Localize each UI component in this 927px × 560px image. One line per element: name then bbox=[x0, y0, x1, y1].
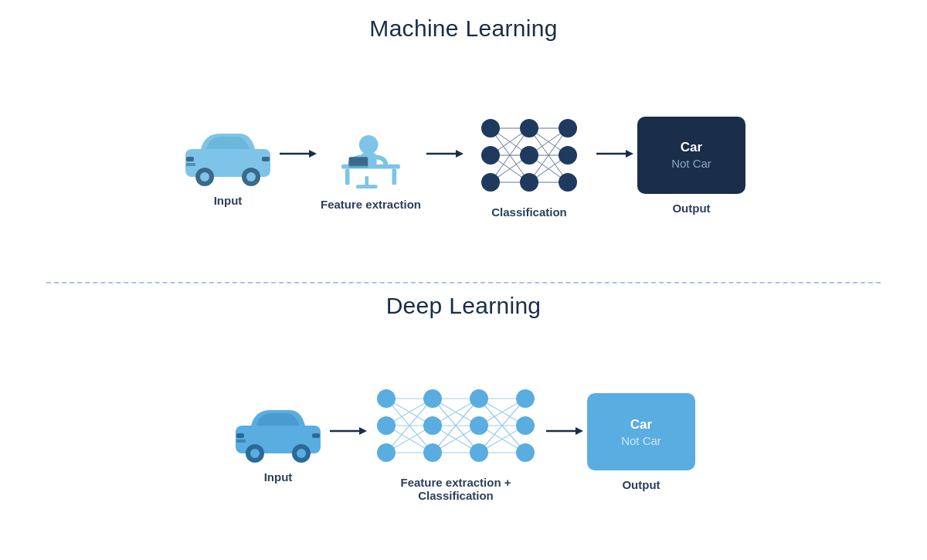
svg-rect-55 bbox=[236, 433, 244, 438]
svg-point-87 bbox=[377, 389, 396, 408]
dl-title: Deep Learning bbox=[386, 293, 542, 319]
dl-arrow-1 bbox=[324, 422, 371, 440]
dl-arrow-1-svg bbox=[328, 422, 367, 440]
svg-point-93 bbox=[470, 389, 488, 408]
svg-point-45 bbox=[559, 119, 577, 137]
svg-point-95 bbox=[470, 443, 488, 462]
svg-marker-100 bbox=[576, 427, 583, 435]
dl-input-label: Input bbox=[264, 470, 293, 484]
svg-point-16 bbox=[359, 135, 379, 154]
svg-rect-11 bbox=[345, 168, 350, 185]
ml-arrow-1-svg bbox=[278, 144, 317, 163]
ml-person-icon bbox=[332, 120, 409, 190]
dl-output-car: Car bbox=[630, 417, 652, 433]
dl-step-feature-classification: Feature extraction + Classification bbox=[371, 383, 541, 502]
svg-point-42 bbox=[520, 119, 538, 137]
ml-input-label: Input bbox=[214, 194, 243, 207]
svg-point-98 bbox=[516, 443, 535, 462]
ml-arrow-3 bbox=[591, 144, 637, 163]
ml-section: Machine Learning bbox=[0, 0, 927, 282]
ml-output-car: Car bbox=[681, 140, 702, 155]
ml-step-feature: Feature extraction bbox=[321, 120, 421, 211]
ml-title: Machine Learning bbox=[369, 15, 557, 42]
dl-output-label: Output bbox=[622, 478, 660, 491]
svg-rect-56 bbox=[312, 433, 320, 438]
svg-point-39 bbox=[481, 119, 500, 137]
svg-marker-49 bbox=[626, 150, 633, 158]
svg-point-90 bbox=[423, 389, 442, 408]
ml-output-box: Car Not Car bbox=[637, 117, 745, 194]
ml-arrow-3-svg bbox=[595, 144, 633, 163]
svg-rect-12 bbox=[392, 168, 396, 185]
dl-step-output: Car Not Car Output bbox=[587, 393, 695, 491]
dl-arrow-2-svg bbox=[545, 422, 583, 440]
ml-output-label: Output bbox=[672, 202, 710, 215]
dl-step-input: Input bbox=[232, 401, 324, 484]
svg-marker-9 bbox=[309, 150, 317, 158]
ml-arrow-1 bbox=[274, 144, 321, 163]
svg-point-2 bbox=[200, 172, 209, 182]
dl-section: Deep Learning Input bbox=[0, 283, 927, 561]
svg-point-40 bbox=[481, 146, 500, 165]
svg-rect-5 bbox=[186, 157, 194, 161]
dl-output-notcar: Not Car bbox=[621, 434, 661, 447]
ml-neural-net-icon bbox=[467, 113, 591, 198]
svg-rect-7 bbox=[186, 163, 195, 166]
svg-point-97 bbox=[516, 416, 535, 435]
dl-neural-net-icon bbox=[371, 383, 541, 468]
svg-point-4 bbox=[246, 172, 256, 182]
ml-car-icon bbox=[182, 124, 274, 186]
dl-feature-classification-label: Feature extraction + Classification bbox=[394, 476, 518, 502]
svg-rect-57 bbox=[236, 440, 246, 443]
ml-classification-label: Classification bbox=[491, 205, 567, 219]
svg-point-88 bbox=[377, 416, 396, 435]
ml-arrow-2 bbox=[421, 144, 467, 163]
ml-arrow-2-svg bbox=[425, 144, 464, 163]
dl-diagram-row: Input bbox=[232, 333, 695, 553]
svg-point-96 bbox=[516, 389, 535, 408]
dl-arrow-2 bbox=[541, 422, 587, 440]
ml-diagram-row: Input bbox=[182, 56, 745, 276]
svg-point-46 bbox=[559, 146, 577, 165]
svg-point-91 bbox=[423, 416, 442, 435]
svg-point-52 bbox=[250, 449, 260, 458]
dl-output-box: Car Not Car bbox=[587, 393, 695, 470]
svg-point-41 bbox=[481, 173, 500, 192]
svg-point-89 bbox=[377, 443, 396, 462]
dl-car-icon bbox=[232, 401, 324, 463]
ml-step-input: Input bbox=[182, 124, 274, 207]
svg-point-43 bbox=[520, 146, 538, 165]
svg-rect-14 bbox=[356, 185, 377, 188]
svg-marker-20 bbox=[456, 150, 464, 158]
svg-marker-59 bbox=[359, 427, 367, 435]
svg-rect-17 bbox=[349, 157, 368, 167]
ml-step-output: Car Not Car Output bbox=[637, 117, 745, 215]
svg-rect-18 bbox=[349, 165, 368, 167]
svg-rect-6 bbox=[262, 157, 270, 161]
ml-output-notcar: Not Car bbox=[671, 157, 711, 170]
svg-point-44 bbox=[520, 173, 538, 192]
svg-point-94 bbox=[470, 416, 488, 435]
ml-feature-label: Feature extraction bbox=[321, 198, 421, 211]
svg-point-92 bbox=[423, 443, 442, 462]
ml-step-classification: Classification bbox=[467, 113, 591, 219]
svg-point-47 bbox=[559, 173, 577, 192]
svg-point-54 bbox=[297, 449, 306, 458]
